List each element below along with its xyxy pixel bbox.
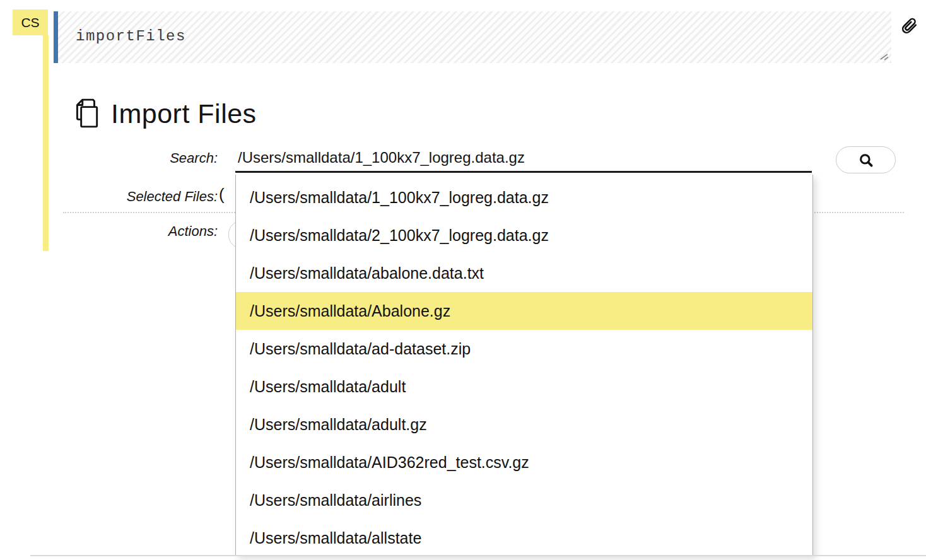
cell-flag-bar: [43, 35, 49, 251]
file-option[interactable]: /Users/smalldata/airlines: [236, 481, 812, 519]
files-icon: [71, 98, 102, 129]
cell-type-badge[interactable]: CS: [13, 9, 48, 35]
file-option[interactable]: /Users/smalldata/adult: [236, 368, 812, 405]
file-option[interactable]: /Users/smalldata/1_100kx7_logreg.data.gz: [236, 178, 812, 216]
file-option[interactable]: /Users/smalldata/adult.gz: [236, 405, 812, 443]
paperclip-icon[interactable]: [900, 15, 922, 40]
cell-boundary-line: [30, 555, 926, 556]
page-title: Import Files: [111, 98, 257, 129]
file-suggestion-dropdown: /Users/smalldata/1_100kx7_logreg.data.gz…: [235, 175, 813, 556]
resize-grip-icon[interactable]: [879, 51, 889, 61]
file-option[interactable]: /Users/smalldata/allstate: [236, 519, 812, 556]
code-cell: importFiles: [54, 11, 891, 63]
actions-label: Actions:: [38, 223, 218, 240]
magnifier-icon: [858, 152, 874, 168]
file-option[interactable]: /Users/smalldata/ad-dataset.zip: [236, 330, 812, 368]
selected-files-open-paren: (: [219, 185, 225, 204]
page-heading: Import Files: [71, 96, 257, 131]
code-input[interactable]: importFiles: [54, 11, 891, 63]
selected-files-label: Selected Files:: [38, 189, 218, 205]
file-option[interactable]: /Users/smalldata/2_100kx7_logreg.data.gz: [236, 216, 812, 254]
search-label: Search:: [38, 150, 218, 166]
file-option[interactable]: /Users/smalldata/AID362red_test.csv.gz: [236, 443, 812, 481]
file-option[interactable]: /Users/smalldata/abalone.data.txt: [236, 254, 812, 292]
file-option[interactable]: /Users/smalldata/Abalone.gz: [236, 292, 812, 330]
file-suggestion-list: /Users/smalldata/1_100kx7_logreg.data.gz…: [236, 175, 812, 556]
search-button[interactable]: [836, 146, 896, 173]
search-input[interactable]: [235, 145, 812, 173]
